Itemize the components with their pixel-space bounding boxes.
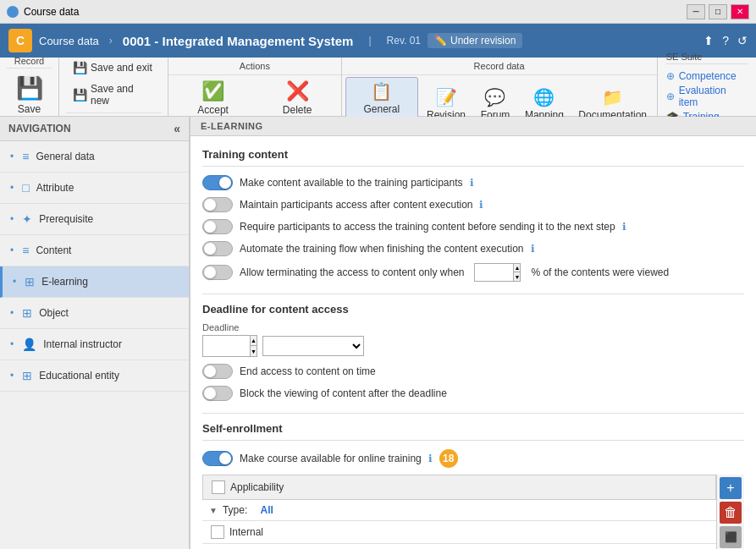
evaluation-icon: ⊕ — [666, 91, 675, 102]
sidebar-item-internal-instructor[interactable]: • 👤 Internal instructor — [0, 329, 189, 360]
minimize-button[interactable]: ─ — [687, 4, 705, 19]
nav-dot: • — [10, 151, 14, 162]
close-button[interactable]: ✕ — [731, 4, 749, 19]
sidebar-item-attribute[interactable]: • □ Attribute — [0, 173, 189, 204]
elearning-nav-icon: ⊞ — [25, 275, 35, 288]
internal-label: Internal — [229, 526, 263, 538]
record-data-section-label: Record data — [342, 58, 657, 75]
window-controls[interactable]: ─ □ ✕ — [687, 4, 749, 19]
collapse-icon[interactable]: « — [174, 122, 180, 135]
sidebar-header: NAVIGATION « — [0, 117, 189, 141]
toggle-automate-flow[interactable] — [202, 241, 233, 256]
content-area: E-LEARNING Training content Make content… — [190, 117, 756, 549]
other-applicability-button[interactable]: ⬛ — [720, 526, 742, 548]
content-nav-icon: ≡ — [22, 244, 29, 257]
applicability-container: Applicability ▼ Type: All Internal — [202, 475, 744, 549]
nav-dot: • — [10, 370, 14, 382]
maximize-button[interactable]: □ — [709, 4, 727, 19]
toggle-end-label: End access to content on time — [240, 365, 376, 377]
save-exit-button[interactable]: 💾 Save and exit — [66, 58, 161, 77]
sidebar-item-content-label: Content — [36, 244, 71, 256]
applicability-header: Applicability — [202, 475, 716, 500]
toggle-allow-terminating[interactable] — [202, 265, 233, 280]
forum-icon: 💬 — [484, 87, 505, 107]
info-icon-3[interactable]: ℹ — [622, 221, 626, 233]
sidebar-item-prerequisite[interactable]: • ✦ Prerequisite — [0, 204, 189, 235]
toggle-make-content[interactable] — [202, 175, 233, 190]
training-content-title: Training content — [202, 148, 744, 167]
sidebar-item-educational-entity[interactable]: • ⊞ Educational entity — [0, 360, 189, 392]
save-new-button[interactable]: 💾 Save and new — [66, 80, 161, 109]
breadcrumb-separator: › — [109, 35, 113, 47]
prerequisite-nav-icon: ✦ — [22, 212, 32, 226]
competence-button[interactable]: ⊕ Competence — [666, 70, 748, 82]
sidebar-item-content[interactable]: • ≡ Content — [0, 235, 189, 266]
info-icon-2[interactable]: ℹ — [479, 199, 483, 211]
nav-dot: • — [10, 182, 14, 194]
breadcrumb-divider: | — [368, 35, 371, 47]
deadline-title: Deadline for content access — [202, 294, 744, 316]
save-label: Save — [18, 103, 41, 115]
nav-up-icon[interactable]: ⬆ — [704, 34, 714, 47]
general-data-nav-icon: ≡ — [22, 150, 29, 163]
percent-input[interactable] — [475, 264, 513, 281]
revision-icon: 📝 — [436, 87, 457, 107]
toggle-maintain-access[interactable] — [202, 197, 233, 212]
mapping-icon: 🌐 — [533, 87, 555, 107]
self-enrollment-toggle-label: Make course available for online trainin… — [240, 453, 422, 464]
delete-applicability-button[interactable]: 🗑 — [720, 502, 742, 524]
type-value: All — [261, 504, 273, 516]
toggle-block-view[interactable] — [202, 386, 233, 401]
sidebar-item-object[interactable]: • ⊞ Object — [0, 298, 189, 329]
sidebar-item-general-data[interactable]: • ≡ General data — [0, 141, 189, 173]
info-icon-4[interactable]: ℹ — [531, 243, 535, 255]
toggle-knob-1 — [219, 177, 231, 189]
spacer — [66, 113, 161, 115]
deadline-up-btn[interactable]: ▲ — [251, 336, 257, 346]
save-new-label: Save and new — [91, 83, 154, 107]
self-enrollment-section: Self-enrollment Make course available fo… — [202, 413, 744, 549]
delete-revision-icon: ❌ — [286, 80, 309, 102]
toggle-row-5: Allow terminating the access to content … — [202, 263, 744, 282]
help-icon[interactable]: ? — [722, 34, 729, 47]
applicability-header-checkbox[interactable] — [212, 480, 225, 494]
expand-icon[interactable]: ▼ — [209, 506, 218, 515]
toggle-end-access[interactable] — [202, 364, 233, 379]
type-label: Type: — [223, 504, 247, 516]
deadline-unit-select[interactable]: Days Months Years — [262, 336, 364, 356]
toggle-knob-4 — [204, 243, 216, 255]
deadline-number-input[interactable] — [203, 336, 250, 356]
info-icon-self[interactable]: ℹ — [428, 453, 433, 464]
enrollment-badge: 18 — [439, 449, 458, 468]
toggle-label-4: Automate the training flow when finishin… — [240, 243, 524, 255]
percent-up-btn[interactable]: ▲ — [514, 264, 520, 272]
se-suite-section: SE Suite ⊕ Competence ⊕ Evaluation item … — [658, 58, 756, 116]
info-icon-1[interactable]: ℹ — [470, 177, 474, 189]
sidebar-item-elearning[interactable]: • ⊞ E-learning — [0, 266, 189, 298]
toggle-require-access[interactable] — [202, 219, 233, 234]
toggle-make-available[interactable] — [202, 451, 233, 466]
applicability-actions: + 🗑 ⬛ — [716, 475, 744, 549]
nav-dot: • — [13, 276, 16, 288]
entity-nav-icon: ⊞ — [22, 369, 32, 382]
save-button[interactable]: 💾 Save — [8, 72, 51, 118]
evaluation-item-button[interactable]: ⊕ Evaluation item — [666, 85, 748, 108]
deadline-down-btn[interactable]: ▼ — [251, 346, 257, 356]
save-new-icon: 💾 — [73, 88, 87, 102]
sidebar-item-prerequisite-label: Prerequisite — [39, 213, 93, 225]
refresh-icon[interactable]: ↺ — [737, 34, 748, 47]
percent-down-btn[interactable]: ▼ — [514, 272, 520, 281]
sidebar-item-object-label: Object — [39, 307, 69, 319]
toggle-label-5-suffix: % of the contents were viewed — [531, 266, 669, 278]
breadcrumb-bar: C Course data › 0001 - Integrated Manage… — [0, 24, 756, 58]
object-nav-icon: ⊞ — [22, 306, 32, 320]
se-suite-label: SE Suite — [666, 52, 748, 64]
internal-checkbox[interactable] — [211, 525, 224, 539]
toggle-knob-3 — [204, 221, 216, 233]
breadcrumb-revision: Rev. 01 — [387, 35, 421, 47]
attribute-nav-icon: □ — [22, 181, 29, 195]
documentation-icon: 📁 — [602, 87, 623, 107]
sidebar-item-entity-label: Educational entity — [39, 370, 119, 382]
add-applicability-button[interactable]: + — [720, 477, 742, 499]
app-icon — [7, 6, 19, 18]
